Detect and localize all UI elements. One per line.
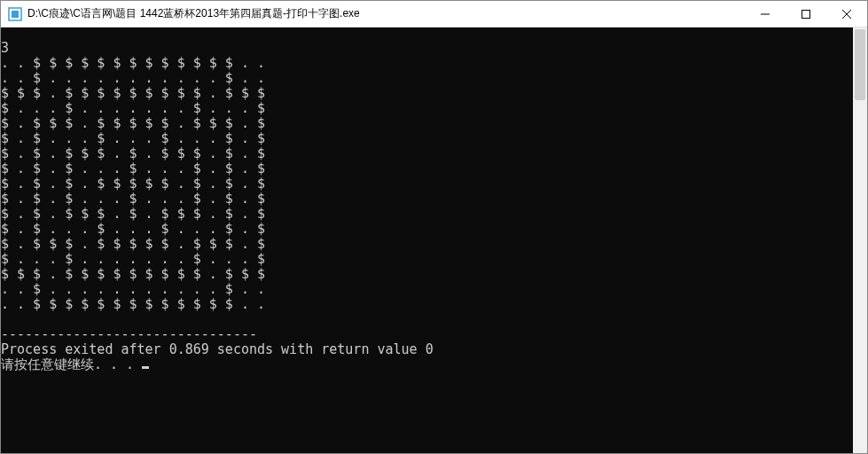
- titlebar[interactable]: D:\C痕迹\C语言网\题目 1442蓝桥杯2013年第四届真题-打印十字图.e…: [1, 1, 867, 27]
- app-icon: [8, 7, 22, 21]
- maximize-button[interactable]: [786, 1, 826, 27]
- window-title: D:\C痕迹\C语言网\题目 1442蓝桥杯2013年第四届真题-打印十字图.e…: [27, 6, 745, 21]
- text-cursor: [142, 366, 149, 369]
- window-controls: [745, 1, 867, 27]
- minimize-button[interactable]: [745, 1, 786, 27]
- console-output[interactable]: 3 . . $ $ $ $ $ $ $ $ $ $ $ $ $ . . . . …: [1, 41, 853, 440]
- app-window: D:\C痕迹\C语言网\题目 1442蓝桥杯2013年第四届真题-打印十字图.e…: [0, 0, 868, 454]
- client-area: 3 . . $ $ $ $ $ $ $ $ $ $ $ $ $ . . . . …: [1, 27, 867, 453]
- vertical-scrollbar[interactable]: [853, 27, 867, 453]
- svg-rect-1: [12, 11, 19, 18]
- scrollbar-thumb[interactable]: [855, 29, 865, 100]
- close-button[interactable]: [826, 1, 867, 27]
- close-icon: [842, 10, 851, 19]
- maximize-icon: [802, 10, 810, 19]
- minimize-icon: [761, 10, 770, 19]
- svg-rect-3: [802, 10, 810, 18]
